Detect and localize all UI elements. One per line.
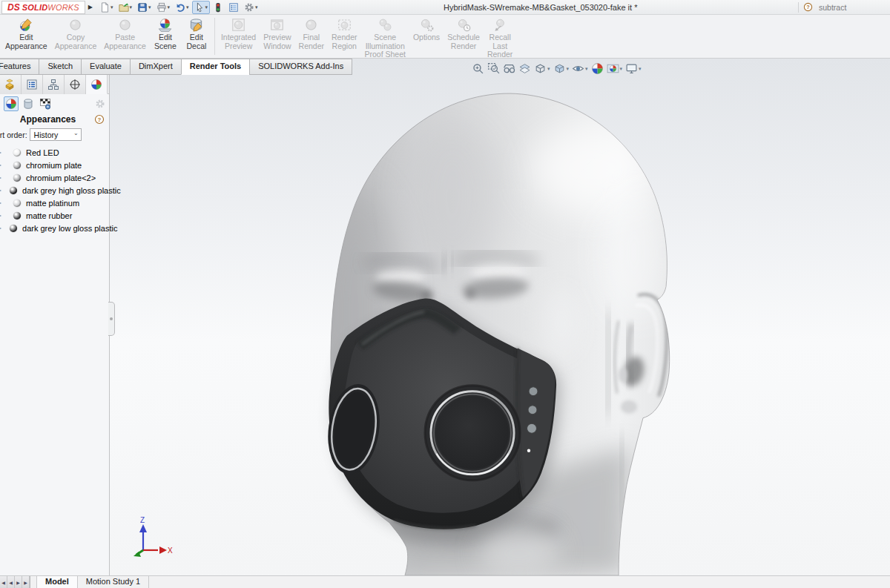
dropdown-caret-icon[interactable] (567, 66, 570, 72)
motion-study-tab[interactable]: Motion Study 1 (78, 576, 149, 588)
render-region-button[interactable]: Render Region (328, 15, 360, 58)
rebuild-button[interactable] (211, 1, 225, 14)
zoom-fit-icon[interactable] (471, 62, 485, 75)
save-button[interactable] (135, 1, 154, 14)
display-manager-toolbar (0, 94, 109, 113)
panel-splitter-handle[interactable] (108, 302, 115, 336)
triad-z-label: Z (140, 516, 145, 524)
tab-render-tools[interactable]: Render Tools (181, 59, 250, 75)
dropdown-caret-icon[interactable] (639, 66, 642, 72)
integrated-preview-button[interactable]: Integrated Preview (217, 15, 260, 58)
view-orientation-icon[interactable] (533, 62, 551, 75)
property-manager-tab[interactable] (22, 75, 43, 94)
undo-button[interactable] (173, 1, 191, 14)
select-button[interactable] (192, 1, 211, 14)
tab-sketch[interactable]: Sketch (39, 59, 82, 75)
titlebar-separator (798, 2, 799, 13)
dropdown-caret-icon[interactable] (547, 66, 550, 72)
appearance-chromium-plate[interactable]: chromium plate (0, 159, 109, 171)
previous-view-icon[interactable] (502, 62, 516, 75)
dropdown-caret-icon[interactable] (111, 4, 113, 10)
paste-appearance-button[interactable]: Paste Appearance (100, 15, 150, 58)
menu-expand-arrow-icon[interactable] (88, 4, 93, 10)
nav-next-button[interactable]: ▶ (15, 576, 22, 588)
nav-first-button[interactable]: ◀ (0, 576, 7, 588)
appearance-sphere-icon (13, 199, 21, 207)
appearance-sphere-icon (10, 187, 17, 194)
view-decals-button[interactable] (21, 96, 36, 111)
display-style-icon[interactable] (553, 62, 570, 75)
options-button[interactable] (242, 1, 260, 14)
edit-appearance-button[interactable]: Edit Appearance (1, 15, 51, 58)
expand-arrow-icon[interactable] (0, 187, 1, 194)
new-document-button[interactable] (97, 1, 116, 14)
panel-help-icon[interactable] (94, 114, 105, 125)
appearance-sphere-icon (13, 149, 21, 156)
render-options-button[interactable]: Options (409, 15, 444, 58)
open-button[interactable] (116, 1, 135, 14)
tab-dimxpert[interactable]: DimXpert (130, 59, 182, 75)
appearance-filter-gear-icon (95, 99, 105, 109)
preview-window-button[interactable]: Preview Window (260, 15, 294, 58)
appearance-dark-grey-low-gloss-plastic[interactable]: dark grey low gloss plastic (0, 222, 109, 234)
expand-arrow-icon[interactable] (0, 225, 1, 231)
view-settings-icon[interactable] (624, 62, 642, 75)
graphics-area[interactable]: Z X (110, 59, 890, 575)
configuration-manager-tab[interactable] (43, 75, 65, 94)
expand-arrow-icon[interactable] (0, 212, 5, 219)
dropdown-caret-icon[interactable] (205, 4, 208, 10)
appearance-sphere-icon (10, 225, 17, 232)
section-view-icon[interactable] (518, 62, 532, 75)
help-icon[interactable] (803, 2, 813, 12)
dropdown-caret-icon[interactable] (186, 4, 189, 10)
search-input[interactable] (819, 1, 887, 13)
edit-scene-button[interactable]: Edit Scene (150, 15, 181, 58)
display-manager-tab[interactable] (86, 75, 108, 94)
dropdown-caret-icon[interactable] (148, 4, 151, 10)
tab-features[interactable]: Features (0, 59, 39, 75)
zoom-area-icon[interactable] (487, 62, 501, 75)
sort-order-select[interactable]: History (30, 128, 82, 141)
dropdown-caret-icon[interactable] (168, 4, 171, 10)
view-appearances-button[interactable] (4, 96, 19, 111)
dropdown-caret-icon[interactable] (130, 4, 133, 10)
title-bar: DS SOLIDWORKS Hybri (0, 0, 890, 15)
model-tab[interactable]: Model (36, 576, 78, 588)
appearance-matte-platinum[interactable]: matte platinum (0, 196, 109, 209)
3d-scene[interactable]: Z X (110, 59, 890, 575)
appearance-chromium-plate-2[interactable]: chromium plate<2> (0, 171, 109, 184)
edit-decal-button[interactable]: Edit Decal (181, 15, 212, 58)
dimxpert-manager-tab[interactable] (65, 75, 86, 94)
dropdown-caret-icon[interactable] (255, 4, 258, 10)
command-manager-tabs: Features Sketch Evaluate DimXpert Render… (0, 59, 352, 75)
print-button[interactable] (154, 1, 173, 14)
apply-scene-icon[interactable] (606, 62, 624, 75)
expand-arrow-icon[interactable] (0, 199, 5, 206)
appearance-matte-rubber[interactable]: matte rubber (0, 209, 109, 222)
expand-arrow-icon[interactable] (0, 174, 5, 181)
document-title: HybridMask-SWremake-MB&Gasket_053020-fak… (444, 0, 637, 15)
dropdown-caret-icon[interactable] (620, 66, 623, 72)
scene-illumination-proof-sheet-button[interactable]: Scene Illumination Proof Sheet (360, 15, 409, 58)
copy-appearance-button[interactable]: Copy Appearance (51, 15, 101, 58)
mask-led-dot (527, 449, 530, 452)
expand-arrow-icon[interactable] (0, 162, 5, 168)
hide-show-items-icon[interactable] (571, 62, 589, 75)
expand-arrow-icon[interactable] (0, 149, 5, 156)
dropdown-caret-icon[interactable] (585, 66, 588, 72)
view-scene-lights-cameras-button[interactable] (38, 96, 53, 111)
file-properties-button[interactable] (226, 1, 241, 14)
render-tools-ribbon: Edit Appearance Copy Appearance Paste Ap… (0, 15, 890, 59)
recall-last-render-button[interactable]: Recall Last Render (484, 15, 516, 58)
final-render-button[interactable]: Final Render (295, 15, 328, 58)
solidworks-logo: DS SOLIDWORKS (1, 1, 85, 14)
nav-last-button[interactable]: ▶ (22, 576, 30, 588)
nav-prev-button[interactable]: ◀ (7, 576, 15, 588)
schedule-render-button[interactable]: Schedule Render (444, 15, 484, 58)
tab-solidworks-add-ins[interactable]: SOLIDWORKS Add-Ins (249, 59, 352, 75)
feature-manager-tab[interactable] (0, 75, 22, 94)
tab-evaluate[interactable]: Evaluate (81, 59, 131, 75)
appearance-dark-grey-high-gloss-plastic[interactable]: dark grey high gloss plastic (0, 184, 109, 196)
appearance-red-led[interactable]: Red LED (0, 146, 109, 159)
edit-appearance-hud-icon[interactable] (590, 62, 604, 75)
